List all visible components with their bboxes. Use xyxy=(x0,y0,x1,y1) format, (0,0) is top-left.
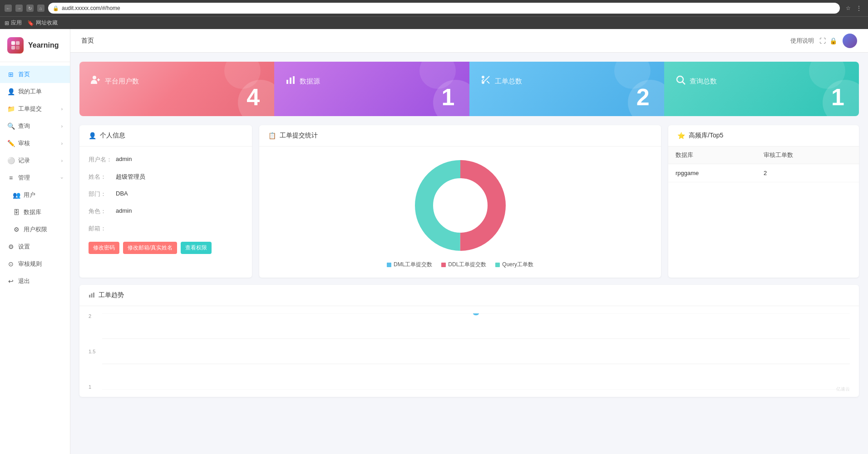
sidebar-item-users-label: 用户 xyxy=(24,191,35,199)
sidebar-item-users[interactable]: 👥 用户 xyxy=(0,186,70,204)
donut-legend: DML工单提交数 DDL工单提交数 Query工单数 xyxy=(387,261,533,268)
sidebar-item-records[interactable]: ⚪ 记录 › xyxy=(0,152,70,169)
info-row-email: 邮箱： xyxy=(89,225,243,233)
menu-lines-icon: ≡ xyxy=(7,174,15,181)
reload-button[interactable]: ↻ xyxy=(26,5,34,12)
watermark: 亿速云 xyxy=(836,386,850,392)
sidebar-item-logout[interactable]: ↩ 退出 xyxy=(0,273,70,290)
sidebar-item-management[interactable]: ≡ 管理 › xyxy=(0,169,70,186)
sidebar-item-audit[interactable]: ✏️ 审核 › xyxy=(0,135,70,152)
sidebar-item-settings-label: 设置 xyxy=(18,243,30,251)
donut-container: DML工单提交数 DDL工单提交数 Query工单数 xyxy=(259,146,661,278)
legend-ddl: DDL工单提交数 xyxy=(441,261,486,268)
bookmark-icon: 🔖 xyxy=(27,20,34,26)
stat-value-total-queries: 1 xyxy=(831,85,844,109)
svg-rect-5 xyxy=(286,80,288,84)
top5-header: ⭐ 高频库/Top5 xyxy=(668,125,859,146)
chevron-right-icon-3: › xyxy=(61,158,63,163)
sidebar-item-permissions[interactable]: ⚙ 用户权限 xyxy=(0,221,70,238)
dml-label: DML工单提交数 xyxy=(394,261,432,268)
chevron-right-icon-2: › xyxy=(61,141,63,146)
main-content: 首页 使用说明 ⛶ 🔒 xyxy=(70,29,868,454)
svg-rect-6 xyxy=(290,78,291,84)
dml-dot xyxy=(387,263,391,267)
sidebar-item-query-label: 查询 xyxy=(18,122,30,130)
sidebar-item-submit-order[interactable]: 📁 工单提交 › xyxy=(0,100,70,117)
sidebar: Yearning ⊞ 首页 👤 我的工单 📁 工单提交 › 🔍 查询 › xyxy=(0,29,70,454)
lock-btn-icon[interactable]: 🔒 xyxy=(829,37,837,44)
svg-rect-1 xyxy=(16,41,20,45)
chart-yaxis: 2 1.5 1 xyxy=(89,313,95,390)
stat-card-total-orders: 工单总数 2 xyxy=(469,62,664,116)
sidebar-item-settings[interactable]: ⚙ 设置 xyxy=(0,238,70,255)
change-email-button[interactable]: 修改邮箱/真实姓名 xyxy=(123,242,177,254)
forward-button[interactable]: → xyxy=(15,5,23,12)
star-button[interactable]: ☆ xyxy=(843,4,853,13)
sidebar-item-submit-order-label: 工单提交 xyxy=(18,105,42,113)
count-cell: 2 xyxy=(756,164,859,182)
edit-icon: ✏️ xyxy=(7,140,15,147)
stat-value-platform-users: 4 xyxy=(247,85,260,109)
logo-icon xyxy=(7,37,24,54)
stat-label-platform-users: 平台用户数 xyxy=(90,74,263,88)
bar-chart-icon xyxy=(285,74,296,88)
sidebar-item-management-label: 管理 xyxy=(18,174,30,182)
sidebar-item-home[interactable]: ⊞ 首页 xyxy=(0,66,70,83)
personal-info-body: 用户名： admin 姓名： 超级管理员 部门： DBA 角色： xyxy=(79,146,252,263)
folder-icon: 📁 xyxy=(7,105,15,112)
svg-rect-2 xyxy=(11,46,15,49)
top5-table-header: 数据库 审核工单数 xyxy=(668,146,859,164)
view-perms-button[interactable]: 查看权限 xyxy=(181,242,212,254)
svg-line-10 xyxy=(484,76,489,82)
svg-rect-18 xyxy=(89,295,90,298)
apps-bookmark[interactable]: ⊞ 应用 xyxy=(5,19,22,27)
svg-point-13 xyxy=(677,76,683,83)
lock-icon: 🔒 xyxy=(53,5,59,11)
legend-query: Query工单数 xyxy=(495,261,533,268)
sidebar-item-database[interactable]: 🗄 数据库 xyxy=(0,204,70,221)
y-label-1-5: 1.5 xyxy=(89,349,95,354)
sidebar-item-query[interactable]: 🔍 查询 › xyxy=(0,117,70,135)
back-button[interactable]: ← xyxy=(5,5,12,12)
bookmarks-item[interactable]: 🔖 网址收藏 xyxy=(27,19,58,27)
star-icon: ⭐ xyxy=(677,132,685,139)
users-plus-icon xyxy=(90,74,101,88)
personal-info-title: 个人信息 xyxy=(100,132,125,140)
sidebar-item-home-label: 首页 xyxy=(18,70,30,78)
sidebar-item-my-orders[interactable]: 👤 我的工单 xyxy=(0,83,70,100)
user-avatar[interactable] xyxy=(843,34,857,48)
menu-button[interactable]: ⋮ xyxy=(854,4,863,13)
change-pwd-button[interactable]: 修改密码 xyxy=(89,242,119,254)
address-bar[interactable]: 🔒 audit.xxxxx.com/#/home xyxy=(48,3,840,14)
sidebar-item-audit-label: 审核 xyxy=(18,139,30,147)
chevron-down-icon: › xyxy=(61,107,63,112)
stat-label-total-queries: 查询总数 xyxy=(675,74,848,88)
svg-rect-3 xyxy=(16,46,20,49)
home-button[interactable]: ⌂ xyxy=(37,5,44,12)
table-row: rpggame 2 xyxy=(668,164,859,182)
sidebar-item-audit-rules[interactable]: ⊙ 审核规则 xyxy=(0,255,70,273)
top-bar: 首页 使用说明 ⛶ 🔒 xyxy=(70,29,868,53)
query-label: Query工单数 xyxy=(502,261,533,268)
name-label: 姓名： xyxy=(89,173,116,181)
svg-line-14 xyxy=(682,82,685,85)
stat-label-datasources: 数据源 xyxy=(285,74,458,88)
query-dot xyxy=(495,263,500,267)
order-stats-header: 📋 工单提交统计 xyxy=(259,125,661,146)
email-label: 邮箱： xyxy=(89,225,116,233)
info-row-name: 姓名： 超级管理员 xyxy=(89,173,243,181)
name-value: 超级管理员 xyxy=(116,173,145,181)
chevron-right-icon: › xyxy=(61,124,63,129)
stat-label-text-3: 工单总数 xyxy=(495,77,522,86)
sidebar-logo: Yearning xyxy=(0,29,70,62)
url-text: audit.xxxxx.com/#/home xyxy=(62,5,120,11)
apps-label: 应用 xyxy=(11,19,22,27)
y-label-1: 1 xyxy=(89,384,95,390)
order-stats-panel: 📋 工单提交统计 xyxy=(259,125,661,278)
usage-link[interactable]: 使用说明 xyxy=(790,37,814,45)
usage-label: 使用说明 xyxy=(790,37,814,45)
svg-point-25 xyxy=(473,313,479,315)
svg-point-17 xyxy=(435,181,485,230)
fullscreen-icon[interactable]: ⛶ xyxy=(819,37,826,44)
chevron-up-icon: › xyxy=(59,177,64,178)
